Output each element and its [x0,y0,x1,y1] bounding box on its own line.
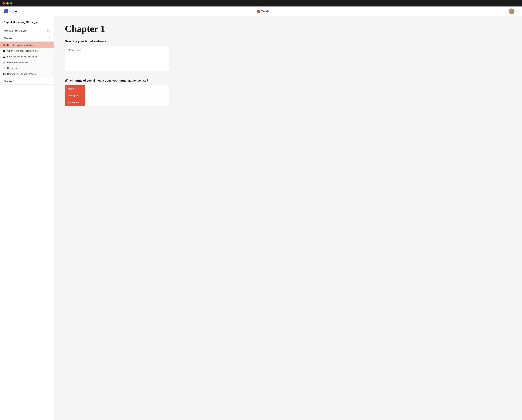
doc-icon: 📄 [47,29,50,32]
question1-section: Describe your target audience. [65,40,511,72]
chapter1-item-0[interactable]: ! Describe your target audience [0,42,54,48]
brand-icon: ✓ [257,10,260,13]
chapter1-item-2[interactable]: From the example explained in... [0,54,54,60]
chapter1-item-1[interactable]: Which forms of social media d... [0,48,54,54]
chevron-down-icon[interactable]: ⌄ [516,10,518,13]
item-icon-note: ☰ [3,67,6,70]
item-icon-circle-exclaim2: ! [3,73,6,75]
item-icon-link: 🔗 [3,61,6,64]
table-row: Twitter [65,85,169,92]
item-icon-square [3,50,6,52]
chapter2-label: Chapter 2 [4,80,14,83]
chapter2-header[interactable]: Chapter 2 ⌄ [0,78,54,85]
item-icon-exclaim: ! [3,44,6,47]
topnav-right: ⌄ [509,8,518,14]
sidebar-title: Digital Marketing Strategy [0,21,54,27]
chapter-title: Chapter 1 [65,23,511,34]
chapter1-items: ! Describe your target audience Which fo… [0,42,54,78]
avatar[interactable] [509,8,514,14]
chapter1-item-1-label: Which forms of social media d... [7,50,38,52]
brand-name: MarkIt [261,10,269,13]
twitter-input[interactable] [85,85,169,92]
chapter1-header[interactable]: Chapter 1 ⌃ [0,35,54,42]
instagram-input-cell [85,92,169,99]
app-body: Digital Marketing Strategy Workbook cove… [0,16,522,420]
chapter1-toggle-icon: ⌃ [48,37,50,40]
chapter2-section: Chapter 2 ⌄ [0,78,54,85]
twitter-label: Twitter [65,85,85,92]
topnav: wobo ✓ MarkIt ⌄ [0,7,522,16]
facebook-input-cell [85,99,169,106]
brand: ✓ MarkIt [257,10,269,13]
close-dot[interactable] [2,2,5,5]
social-media-table: Twitter Instagram Facebook [65,85,169,106]
question2-section: Which forms of social media does your ta… [65,79,511,106]
chapter1-item-5-label: How will you use your chosen... [7,73,38,75]
facebook-input[interactable] [85,99,169,106]
chapter1-label: Chapter 1 [4,37,14,40]
chapter2-toggle-icon: ⌄ [48,80,50,83]
logo-icon [4,9,8,13]
main-content: Chapter 1 Describe your target audience.… [54,16,522,420]
chapter1-item-2-label: From the example explained in... [7,55,38,58]
maximize-dot[interactable] [10,2,12,5]
facebook-label: Facebook [65,99,85,106]
chapter1-item-5[interactable]: ! How will you use your chosen... [0,71,54,77]
item-icon-lines [3,55,6,58]
chapter1-item-3[interactable]: 🔗 here's a refresher link [0,60,54,65]
chapter1-item-4[interactable]: ☰ Notes field [0,65,54,71]
minimize-dot[interactable] [6,2,9,5]
question1-label: Describe your target audience. [65,40,511,43]
titlebar [0,0,522,7]
textarea-container [65,46,169,72]
instagram-label: Instagram [65,92,85,99]
logo[interactable]: wobo [4,9,17,13]
workbook-cover-item[interactable]: Workbook cover page 📄 [0,27,54,34]
twitter-input-cell [85,85,169,92]
chapter1-item-3-label: here's a refresher link [7,61,28,64]
logo-text: wobo [9,10,17,13]
target-audience-input[interactable] [65,46,169,71]
question2-label: Which forms of social media does your ta… [65,79,511,82]
chapter1-item-4-label: Notes field [7,67,17,69]
workbook-cover-label: Workbook cover page [4,30,26,32]
sidebar: Digital Marketing Strategy Workbook cove… [0,16,54,420]
table-row: Instagram [65,92,169,99]
chapter1-item-0-label: Describe your target audience [7,44,36,46]
instagram-input[interactable] [85,92,169,99]
chapter1-section: Chapter 1 ⌃ ! Describe your target audie… [0,35,54,78]
table-row: Facebook [65,99,169,106]
